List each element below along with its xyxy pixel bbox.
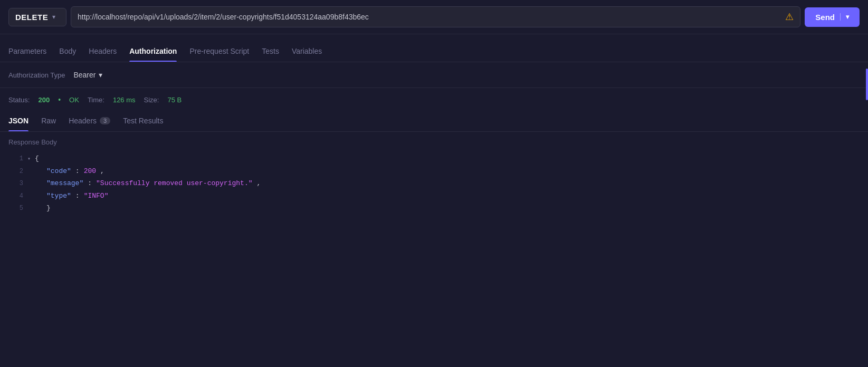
collapse-arrow[interactable]: ▾ — [27, 154, 31, 164]
status-bar: Status: 200 • OK Time: 126 ms Size: 75 B — [0, 88, 868, 111]
send-chevron-icon: ▾ — [840, 13, 849, 21]
top-bar: DELETE ▾ ⚠ Send ▾ — [0, 0, 868, 34]
size-label: Size: — [144, 96, 159, 104]
tab-headers[interactable]: Headers — [89, 43, 117, 62]
warning-icon: ⚠ — [785, 11, 794, 23]
request-tabs-bar: Parameters Body Headers Authorization Pr… — [0, 34, 868, 62]
resp-tab-headers[interactable]: Headers 3 — [69, 111, 110, 131]
send-label: Send — [815, 13, 835, 22]
auth-type-value: Bearer — [73, 71, 96, 79]
auth-type-chevron-icon: ▾ — [99, 71, 102, 79]
method-label: DELETE — [15, 13, 48, 22]
response-body-label: Response Body — [8, 138, 860, 146]
tab-tests[interactable]: Tests — [262, 43, 279, 62]
resp-tab-test-results[interactable]: Test Results — [123, 111, 163, 131]
url-input[interactable] — [78, 13, 781, 21]
status-dot: • — [58, 95, 61, 104]
resp-tab-raw[interactable]: Raw — [41, 111, 56, 131]
scroll-indicator[interactable] — [866, 69, 868, 100]
resp-tab-json[interactable]: JSON — [8, 111, 28, 131]
headers-count-badge: 3 — [100, 117, 110, 124]
method-selector[interactable]: DELETE ▾ — [8, 8, 66, 26]
line-num-3: 3 — [13, 178, 23, 190]
tab-parameters[interactable]: Parameters — [8, 43, 46, 62]
auth-section: Authorization Type Bearer ▾ — [0, 62, 868, 88]
line-num-4: 4 — [13, 191, 23, 202]
size-value: 75 B — [167, 96, 182, 104]
response-tabs-bar: JSON Raw Headers 3 Test Results — [0, 111, 868, 132]
send-button[interactable]: Send ▾ — [805, 7, 860, 27]
url-bar: ⚠ — [71, 6, 800, 27]
tab-variables[interactable]: Variables — [292, 43, 322, 62]
status-label: Status: — [8, 96, 30, 104]
json-line-4: 4 "type" : "INFO" — [13, 190, 860, 202]
line-num-2: 2 — [13, 166, 23, 178]
json-line-2: 2 "code" : 200 , — [13, 165, 860, 178]
time-value: 126 ms — [113, 96, 136, 104]
json-line-5: 5 } — [13, 202, 860, 215]
json-line-3: 3 "message" : "Successfully removed user… — [13, 177, 860, 190]
time-label: Time: — [88, 96, 104, 104]
response-body-section: Response Body 1 ▾ { 2 "code" : 200 , 3 "… — [0, 132, 868, 221]
json-viewer: 1 ▾ { 2 "code" : 200 , 3 "message" : "Su… — [8, 152, 860, 215]
tab-pre-request-script[interactable]: Pre-request Script — [189, 43, 249, 62]
auth-type-label: Authorization Type — [8, 71, 65, 79]
method-chevron-icon: ▾ — [52, 13, 55, 21]
tab-authorization[interactable]: Authorization — [129, 43, 177, 62]
tab-body[interactable]: Body — [59, 43, 76, 62]
line-num-5: 5 — [13, 203, 23, 215]
auth-type-selector[interactable]: Bearer ▾ — [73, 71, 102, 79]
line-num-1: 1 — [13, 153, 23, 165]
json-line-1: 1 ▾ { — [13, 152, 860, 165]
status-ok: OK — [69, 96, 79, 104]
status-code: 200 — [38, 96, 50, 104]
